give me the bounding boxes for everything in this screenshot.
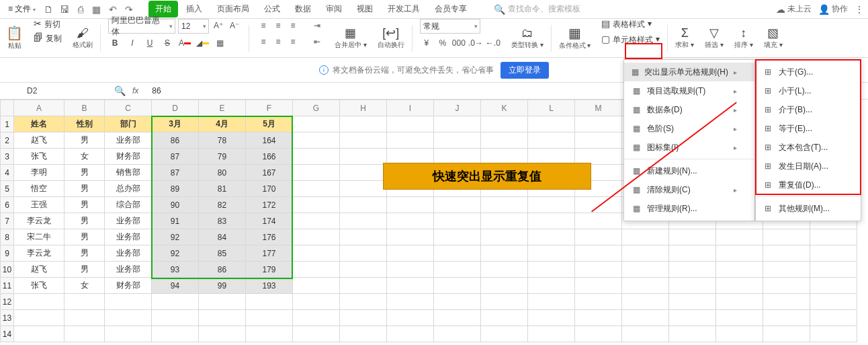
cell[interactable] [810, 229, 857, 245]
cell[interactable]: 王强 [14, 197, 64, 213]
row-header[interactable]: 10 [1, 262, 14, 278]
cell[interactable] [669, 294, 716, 310]
more-icon[interactable]: ⋮ [855, 5, 864, 14]
cell[interactable]: 男 [64, 132, 105, 149]
cell[interactable] [105, 294, 152, 310]
cell[interactable] [528, 262, 575, 278]
cell[interactable] [434, 278, 481, 294]
cell[interactable] [434, 213, 481, 229]
cell[interactable] [293, 245, 340, 262]
cell[interactable] [199, 326, 246, 342]
cell[interactable] [528, 294, 575, 310]
cell[interactable] [669, 326, 716, 342]
cell[interactable] [293, 278, 340, 294]
menu-item[interactable]: ▦色阶(S)▸ [624, 119, 754, 138]
cell[interactable] [763, 245, 810, 262]
cell[interactable] [387, 149, 434, 165]
cell[interactable]: 财务部 [105, 149, 152, 165]
row-header[interactable]: 3 [1, 149, 14, 165]
menu-item[interactable]: ▦新建规则(N)... [624, 161, 754, 180]
cell[interactable]: 92 [152, 229, 199, 245]
cell[interactable] [387, 262, 434, 278]
preview-icon[interactable]: ▦ [89, 2, 104, 17]
cell[interactable] [481, 197, 528, 213]
cell[interactable]: 167 [246, 165, 293, 181]
col-header[interactable]: B [64, 100, 105, 116]
cell[interactable]: 男 [64, 229, 105, 245]
indent-dec-icon[interactable]: ⇤ [310, 35, 324, 48]
cell[interactable] [293, 116, 340, 132]
menu-item[interactable]: ⊞其他规则(M)... [756, 199, 861, 218]
underline-button[interactable]: U [143, 36, 157, 50]
cell[interactable]: 164 [246, 132, 293, 149]
file-menu[interactable]: ≡ 文件 ▾ [4, 2, 40, 16]
col-header[interactable]: I [387, 100, 434, 116]
fx-label[interactable]: fx [132, 86, 138, 95]
cell[interactable] [246, 294, 293, 310]
cell[interactable]: 3月 [152, 116, 199, 132]
cell[interactable] [575, 245, 622, 262]
align-right-icon[interactable]: ≡ [286, 35, 300, 48]
cell[interactable] [340, 245, 387, 262]
cell[interactable] [246, 326, 293, 342]
cell[interactable] [622, 229, 669, 245]
cell[interactable] [64, 326, 105, 342]
col-header[interactable]: F [246, 100, 293, 116]
num-format-select[interactable]: 常规 [420, 19, 480, 34]
cell[interactable] [434, 132, 481, 149]
paste-group[interactable]: 📋 粘贴 [3, 19, 26, 57]
cell[interactable] [246, 310, 293, 326]
tab-review[interactable]: 审阅 [319, 1, 349, 17]
cell[interactable]: 174 [246, 213, 293, 229]
menu-item[interactable]: ⊞重复值(D)... [756, 176, 861, 194]
menu-item[interactable]: ⊞等于(E)... [756, 119, 861, 138]
cell[interactable]: 4月 [199, 116, 246, 132]
cell[interactable] [763, 262, 810, 278]
cell[interactable]: 男 [64, 245, 105, 262]
cell[interactable] [810, 310, 857, 326]
cell[interactable] [340, 197, 387, 213]
cell[interactable] [64, 294, 105, 310]
cell[interactable]: 业务部 [105, 229, 152, 245]
cell[interactable] [340, 116, 387, 132]
row-header[interactable]: 4 [1, 165, 14, 181]
col-header[interactable]: H [340, 100, 387, 116]
cell[interactable]: 综合部 [105, 197, 152, 213]
align-mid-icon[interactable]: ≡ [271, 19, 285, 32]
new-icon[interactable]: 🗋 [41, 2, 56, 17]
cell[interactable] [575, 326, 622, 342]
dec-font-icon[interactable]: A⁻ [228, 19, 241, 32]
cell[interactable]: 5月 [246, 116, 293, 132]
cut-button[interactable]: ✂剪切 [34, 19, 60, 30]
cell[interactable] [293, 132, 340, 149]
row-header[interactable]: 8 [1, 229, 14, 245]
menu-item[interactable]: ▦突出显示单元格规则(H)▸ [624, 63, 754, 81]
cell[interactable] [622, 310, 669, 326]
cell[interactable] [293, 197, 340, 213]
menu-item[interactable]: ▦清除规则(C)▸ [624, 180, 754, 199]
row-header[interactable]: 11 [1, 278, 14, 294]
table-style-button[interactable]: ▤表格样式 ▾ [601, 19, 652, 30]
cell[interactable] [340, 326, 387, 342]
menu-item[interactable]: ⊞大于(G)... [756, 63, 861, 81]
cell[interactable] [528, 278, 575, 294]
cell[interactable]: 业务部 [105, 213, 152, 229]
cell[interactable]: 80 [199, 165, 246, 181]
cell[interactable] [810, 278, 857, 294]
tab-view[interactable]: 视图 [350, 1, 380, 17]
cell[interactable]: 94 [152, 278, 199, 294]
inc-font-icon[interactable]: A⁺ [212, 19, 225, 32]
cell[interactable] [575, 310, 622, 326]
cell[interactable] [387, 326, 434, 342]
cell[interactable] [481, 326, 528, 342]
cell[interactable]: 赵飞 [14, 262, 64, 278]
cell[interactable] [810, 245, 857, 262]
cell[interactable]: 女 [64, 149, 105, 165]
fill-button[interactable]: ▧ 填充 ▾ [761, 19, 786, 57]
cell[interactable]: 82 [199, 197, 246, 213]
cell[interactable]: 部门 [105, 116, 152, 132]
cell[interactable]: 张飞 [14, 278, 64, 294]
cell[interactable] [528, 116, 575, 132]
cell[interactable] [434, 229, 481, 245]
size-select[interactable]: 12 [178, 19, 209, 34]
